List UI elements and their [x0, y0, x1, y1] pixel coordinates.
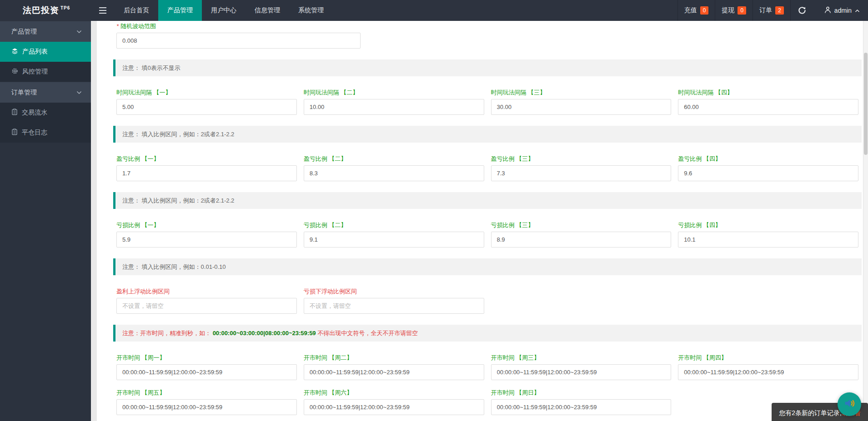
nav-item-system-management[interactable]: 系统管理: [289, 0, 333, 21]
open-time-monday-input[interactable]: [116, 364, 297, 380]
clipboard-icon: [11, 109, 18, 117]
profit-float-range-input[interactable]: [116, 298, 297, 314]
field-label: 开市时间 【周六】: [304, 390, 484, 396]
field-label: 亏损比例 【四】: [678, 222, 858, 228]
menu-toggle-icon[interactable]: [91, 0, 115, 21]
field-open-time-saturday: 开市时间 【周六】: [304, 387, 484, 415]
toast-message: 您有2条新的订单记录,: [779, 409, 842, 416]
field-time-interval-1: 时间玩法间隔 【一】: [116, 87, 297, 115]
username: admin: [834, 7, 852, 14]
gear-icon: [11, 68, 18, 76]
field-label: 时间玩法间隔 【二】: [304, 89, 484, 96]
profit-ratio-2-input[interactable]: [304, 165, 484, 181]
note-ratio-range-1: 注意： 填入比例区间，例如：2或者2.1-2.2: [113, 126, 862, 143]
field-label: 盈利上浮动比例区间: [116, 288, 297, 295]
note-zero-hidden: 注意： 填0表示不显示: [113, 59, 862, 76]
field-label: 开市时间 【周二】: [304, 355, 484, 361]
time-interval-1-input[interactable]: [116, 99, 297, 115]
open-time-wednesday-input[interactable]: [491, 364, 672, 380]
loss-ratio-3-input[interactable]: [491, 232, 672, 248]
sidebar-group-order-management[interactable]: 订单管理: [0, 82, 91, 103]
nav-item-product-management[interactable]: 产品管理: [158, 0, 202, 21]
field-time-interval-2: 时间玩法间隔 【二】: [304, 87, 484, 115]
announcement-fab[interactable]: [838, 392, 861, 416]
field-loss-float-range: 亏损下浮动比例区间: [304, 286, 484, 314]
page-scrollbar: [863, 21, 868, 421]
field-label: 时间玩法间隔 【三】: [491, 89, 672, 96]
sidebar-item-label: 风控管理: [22, 68, 48, 76]
field-profit-ratio-3: 盈亏比例 【三】: [491, 154, 672, 181]
field-label: 盈亏比例 【四】: [678, 156, 858, 162]
chevron-down-icon: [76, 91, 82, 94]
orders-badge: 2: [775, 6, 784, 15]
sidebar-item-label: 平仓日志: [22, 129, 47, 137]
field-loss-ratio-2: 亏损比例 【二】: [304, 220, 484, 248]
profit-ratio-3-input[interactable]: [491, 165, 672, 181]
open-time-tuesday-input[interactable]: [304, 364, 484, 380]
open-time-friday-input[interactable]: [116, 399, 297, 415]
chevron-down-icon: [76, 30, 82, 34]
loss-float-range-input[interactable]: [304, 298, 484, 314]
float-range-row: 盈利上浮动比例区间 亏损下浮动比例区间: [113, 286, 862, 314]
orders-counter[interactable]: 订单 2: [753, 0, 790, 21]
field-label: 开市时间 【周三】: [491, 355, 672, 361]
recharge-counter[interactable]: 充值 0: [677, 0, 715, 21]
chevron-up-icon: [855, 7, 860, 14]
sidebar-group-label: 订单管理: [11, 89, 37, 97]
field-label: 开市时间 【周四】: [678, 355, 858, 361]
field-random-volatility: *随机波动范围: [113, 23, 364, 49]
sidebar-group-product-management[interactable]: 产品管理: [0, 21, 91, 42]
time-format-example: 00:00:00~03:00:00|08:00:00~23:59:59: [213, 330, 316, 337]
field-loss-ratio-1: 亏损比例 【一】: [116, 220, 297, 248]
sidebar-item-transaction-flow[interactable]: 交易流水: [0, 103, 91, 123]
note-ratio-range-3: 注意： 填入比例区间，例如：0.01-0.10: [113, 258, 862, 275]
field-open-time-monday: 开市时间 【周一】: [116, 352, 297, 380]
sidebar: 产品管理 产品列表 风控管理 订单管理: [0, 21, 91, 421]
time-interval-2-input[interactable]: [304, 99, 484, 115]
field-loss-ratio-3: 亏损比例 【三】: [491, 220, 672, 248]
loss-ratio-2-input[interactable]: [304, 232, 484, 248]
field-label: 亏损比例 【一】: [116, 222, 297, 228]
app-logo-version: TP6: [60, 5, 70, 10]
required-asterisk: *: [116, 23, 119, 30]
profit-ratio-4-input[interactable]: [678, 165, 858, 181]
scrollbar-thumb[interactable]: [864, 53, 868, 155]
open-time-thursday-input[interactable]: [678, 364, 858, 380]
random-volatility-input[interactable]: [116, 33, 361, 49]
loss-ratio-row: 亏损比例 【一】 亏损比例 【二】 亏损比例 【三】 亏损比例 【四】: [113, 220, 862, 248]
user-menu[interactable]: admin: [813, 0, 868, 21]
field-label: 开市时间 【周一】: [116, 355, 297, 361]
loss-ratio-1-input[interactable]: [116, 232, 297, 248]
field-time-interval-3: 时间玩法间隔 【三】: [491, 87, 672, 115]
sidebar-item-risk-management[interactable]: 风控管理: [0, 62, 91, 82]
sidebar-item-product-list[interactable]: 产品列表: [0, 42, 91, 62]
topbar: 法巴投资TP6 后台首页 产品管理 用户中心 信息管理 系统管理 充值 0 提现…: [0, 0, 868, 21]
withdraw-badge: 0: [738, 6, 746, 15]
field-time-interval-4: 时间玩法间隔 【四】: [678, 87, 858, 115]
withdraw-counter[interactable]: 提现 0: [715, 0, 753, 21]
field-open-time-sunday: 开市时间 【周日】: [491, 387, 672, 415]
open-time-row-1: 开市时间 【周一】 开市时间 【周二】 开市时间 【周三】 开市时间 【周四】: [113, 352, 862, 380]
note-ratio-range-2: 注意： 填入比例区间，例如：2或者2.1-2.2: [113, 192, 862, 209]
profit-ratio-1-input[interactable]: [116, 165, 297, 181]
open-time-sunday-input[interactable]: [491, 399, 672, 415]
field-profit-ratio-4: 盈亏比例 【四】: [678, 154, 858, 181]
time-interval-3-input[interactable]: [491, 99, 672, 115]
refresh-icon[interactable]: [790, 0, 813, 21]
field-label: 开市时间 【周五】: [116, 390, 297, 396]
field-label: *随机波动范围: [116, 23, 361, 30]
open-time-saturday-input[interactable]: [304, 399, 484, 415]
field-label: 亏损比例 【三】: [491, 222, 672, 228]
open-time-row-2: 开市时间 【周五】 开市时间 【周六】 开市时间 【周日】: [113, 387, 862, 415]
orders-label: 订单: [759, 6, 772, 15]
field-open-time-wednesday: 开市时间 【周三】: [491, 352, 672, 380]
loss-ratio-4-input[interactable]: [678, 232, 858, 248]
sidebar-item-close-position-log[interactable]: 平仓日志: [0, 123, 91, 143]
nav-item-dashboard[interactable]: 后台首页: [115, 0, 158, 21]
topbar-right: 充值 0 提现 0 订单 2 admin: [677, 0, 868, 21]
field-label: 开市时间 【周日】: [491, 390, 672, 396]
time-interval-4-input[interactable]: [678, 99, 858, 115]
field-label: 时间玩法间隔 【四】: [678, 89, 858, 96]
nav-item-info-management[interactable]: 信息管理: [246, 0, 289, 21]
nav-item-user-center[interactable]: 用户中心: [202, 0, 246, 21]
